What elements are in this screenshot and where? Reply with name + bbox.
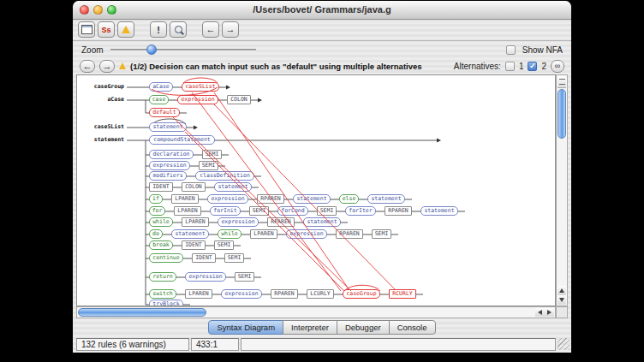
warning-row: ← → (1/2) Decision can match input such …	[73, 57, 571, 74]
zoom-slider-track[interactable]	[110, 49, 256, 50]
link-warning-button[interactable]: ∞	[551, 60, 564, 73]
next-warning-button[interactable]: →	[99, 60, 115, 73]
tab-syntax-diagram[interactable]: Syntax Diagram	[208, 320, 283, 335]
screen-background: /Users/bovet/ Grammars/java.g Ss ! ← → Z…	[0, 0, 644, 362]
panel-icon	[81, 25, 92, 34]
check-grammar-button[interactable]: !	[150, 21, 167, 38]
horizontal-scrollbar[interactable]	[76, 306, 556, 318]
alternative-1-label: 1	[519, 62, 524, 71]
find-button[interactable]	[170, 21, 187, 38]
resize-grip[interactable]	[558, 338, 569, 350]
scroll-left-button[interactable]	[535, 308, 545, 317]
show-nfa-label: Show NFA	[522, 45, 563, 55]
scrollbar-split-button[interactable]	[558, 76, 566, 88]
warning-icon	[119, 62, 126, 69]
warning-message: (1/2) Decision can match input such as "…	[130, 62, 422, 71]
tab-console[interactable]: Console	[389, 320, 436, 335]
toolbar: Ss ! ← →	[73, 19, 571, 40]
back-button[interactable]: ←	[202, 21, 219, 38]
window-title: /Users/bovet/ Grammars/java.g	[73, 1, 571, 19]
scrollbar-corner	[556, 306, 568, 318]
scroll-right-button[interactable]	[545, 308, 554, 317]
up-arrow-icon	[559, 288, 564, 293]
rules-button[interactable]: Ss	[98, 21, 115, 38]
vertical-scroll-thumb[interactable]	[558, 89, 566, 139]
warning-icon	[122, 26, 130, 33]
warnings-button[interactable]	[117, 21, 134, 38]
panel-button[interactable]	[78, 21, 95, 38]
zoom-slider-thumb[interactable]	[146, 45, 157, 55]
forward-button[interactable]: →	[222, 21, 239, 38]
tab-debugger[interactable]: Debugger	[337, 320, 390, 335]
bottom-tabs: Syntax Diagram Interpreter Debugger Cons…	[73, 318, 571, 335]
scroll-down-button[interactable]	[558, 295, 566, 305]
forward-arrow-icon: →	[103, 62, 112, 71]
status-filler	[241, 338, 556, 351]
alternatives-label: Alternatives:	[454, 62, 501, 71]
alternative-1-checkbox[interactable]	[505, 62, 515, 71]
check-icon: ✓	[529, 62, 536, 70]
cursor-position-status: 433:1	[191, 338, 239, 351]
antlrworks-window: /Users/bovet/ Grammars/java.g Ss ! ← → Z…	[73, 1, 571, 353]
alternative-2-checkbox[interactable]: ✓	[528, 62, 537, 71]
title-bar[interactable]: /Users/bovet/ Grammars/java.g	[73, 1, 571, 20]
zoom-row: Zoom Show NFA	[73, 40, 571, 58]
search-icon	[175, 26, 182, 33]
zoom-slider[interactable]	[110, 44, 256, 56]
right-arrow-icon	[547, 310, 552, 315]
zoom-label: Zoom	[81, 45, 104, 55]
left-arrow-icon	[538, 310, 542, 315]
vertical-scrollbar[interactable]	[556, 74, 568, 306]
back-arrow-icon: ←	[83, 62, 92, 71]
tab-interpreter[interactable]: Interpreter	[283, 320, 337, 335]
rules-count-status: 132 rules (6 warnings)	[76, 338, 189, 351]
back-arrow-icon: ←	[206, 25, 216, 34]
canvas-area: aCasecaseSListcaseGroupcaseexpressionCOL…	[76, 74, 568, 318]
alternative-2-label: 2	[541, 62, 546, 71]
exclamation-icon: !	[157, 25, 160, 35]
status-bar: 132 rules (6 warnings) 433:1	[73, 335, 571, 353]
forward-arrow-icon: →	[226, 25, 236, 34]
diagram-canvas[interactable]: aCasecaseSListcaseGroupcaseexpressionCOL…	[77, 75, 555, 306]
syntax-diagram-canvas[interactable]: aCasecaseSListcaseGroupcaseexpressionCOL…	[76, 74, 556, 306]
show-nfa-checkbox[interactable]	[506, 45, 516, 55]
horizontal-scroll-thumb[interactable]	[78, 308, 206, 317]
ss-icon: Ss	[101, 26, 110, 34]
link-icon: ∞	[555, 62, 560, 70]
down-arrow-icon	[559, 298, 564, 302]
previous-warning-button[interactable]: ←	[80, 60, 95, 73]
scroll-up-button[interactable]	[558, 286, 566, 295]
